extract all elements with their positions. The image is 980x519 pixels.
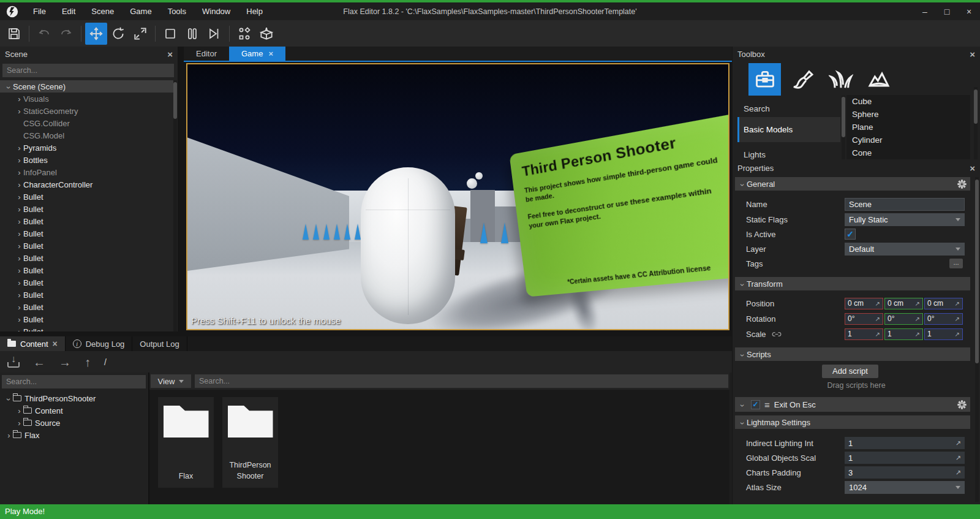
chevron-icon[interactable]: › [15,168,23,177]
menu-item[interactable]: File [25,2,54,20]
name-input[interactable] [845,198,965,211]
chevron-icon[interactable]: › [15,205,23,214]
chevron-icon[interactable]: › [15,107,23,116]
chevron-icon[interactable]: › [15,217,23,226]
section-general[interactable]: › General [735,177,970,191]
scene-scrollbar-thumb[interactable] [173,82,177,119]
scale-x-field[interactable]: 1↗ [845,328,883,340]
rotation-y-field[interactable]: 0°↗ [884,313,923,325]
scene-tree-item[interactable]: › Bullet [0,227,173,240]
add-script-button[interactable]: Add script [822,365,878,378]
menu-item[interactable]: Edit [54,2,83,20]
close-icon[interactable]: × [970,164,975,173]
drag-arrow-icon[interactable]: ↗ [956,469,961,477]
save-button[interactable] [3,23,25,45]
gear-icon[interactable] [957,400,967,409]
position-z-field[interactable]: 0 cm↗ [924,298,963,309]
scene-tree-item[interactable]: › CSG.Collider [0,117,173,129]
scene-tree-item[interactable]: › Bullet [0,301,173,313]
minimize-button[interactable]: – [914,2,936,20]
undo-button[interactable] [33,23,55,45]
properties-scrollbar[interactable] [975,177,979,502]
atlas-size-dropdown[interactable]: 1024 [845,481,965,494]
scene-tree-item[interactable]: › CharacterController [0,178,173,191]
scene-tree-item[interactable]: › CSG.Model [0,129,173,142]
up-icon[interactable]: ↑ [85,356,91,368]
chevron-icon[interactable]: › [738,281,747,289]
content-tree-item[interactable]: › Content [0,404,148,417]
drag-arrow-icon[interactable]: ↗ [875,331,880,338]
breadcrumb[interactable]: / [104,357,107,367]
scene-tree-item[interactable]: › Bullet [0,203,173,215]
scene-tree-item[interactable]: › Visuals [0,93,173,105]
scene-scrollbar[interactable] [173,80,177,331]
scene-tree-item[interactable]: › Bullet [0,240,173,252]
scale-y-field[interactable]: 1↗ [884,328,923,340]
toolbox-tab-paint[interactable] [786,63,819,96]
maximize-button[interactable]: □ [936,2,958,20]
drag-arrow-icon[interactable]: ↗ [915,316,920,322]
toolbox-item[interactable]: Plane [846,121,970,134]
menu-item[interactable]: Window [194,2,238,20]
content-tree-item[interactable]: › Source [0,417,148,429]
menu-item[interactable]: Tools [160,2,194,20]
toolbox-item[interactable]: Sphere [846,108,970,121]
chevron-icon[interactable]: › [15,229,23,238]
chevron-icon[interactable]: › [15,94,23,104]
rotation-z-field[interactable]: 0°↗ [924,313,963,325]
close-icon[interactable]: × [268,49,273,58]
charts-padding-field[interactable]: 3↗ [845,466,965,479]
toolbox-category[interactable]: Basic Models [737,117,840,142]
stop-button[interactable] [159,23,181,45]
scene-tree-item[interactable]: › InfoPanel [0,166,173,178]
content-search-input[interactable] [195,374,728,388]
drag-arrow-icon[interactable]: ↗ [915,331,920,338]
menu-item[interactable]: Scene [83,2,122,20]
chevron-icon[interactable]: › [4,395,13,403]
drag-arrow-icon[interactable]: ↗ [955,316,960,322]
toolbox-item[interactable]: Cylinder [846,134,970,146]
indirect-lighting-field[interactable]: 1↗ [845,437,965,449]
scene-tree-item[interactable]: › Bullet [0,325,173,331]
drag-arrow-icon[interactable]: ↗ [915,300,920,307]
view-dropdown[interactable]: View [151,374,191,388]
chevron-icon[interactable]: › [15,180,23,189]
chevron-icon[interactable]: › [15,254,23,263]
toolbox-item[interactable]: Cone [846,146,970,159]
script-enabled-checkbox[interactable]: ✓ [751,400,760,409]
drag-arrow-icon[interactable]: ↗ [875,300,880,307]
graph-nodes-button[interactable] [233,23,255,45]
scale-tool-button[interactable] [129,23,151,45]
chevron-icon[interactable]: › [15,419,23,428]
gear-icon[interactable] [957,180,967,189]
layer-dropdown[interactable]: Default [845,243,965,256]
toolbox-category[interactable]: Search [737,100,840,117]
position-y-field[interactable]: 0 cm↗ [884,298,923,309]
folder-tile[interactable]: Flax [158,397,214,488]
scene-tree-item[interactable]: › Bullet [0,313,173,325]
game-viewport[interactable]: Third Person Shooter This project shows … [186,63,729,330]
section-transform[interactable]: › Transform [735,277,970,290]
scrollbar-thumb[interactable] [975,180,979,363]
global-objects-scale-field[interactable]: 1↗ [845,452,965,464]
build-scenes-button[interactable] [255,23,277,45]
scene-tree-item[interactable]: › Bottles [0,154,173,166]
menu-item[interactable]: Help [238,2,271,20]
close-icon[interactable]: × [167,50,173,59]
toolbox-tab-terrain[interactable] [862,63,895,96]
scrollbar-thumb[interactable] [842,97,845,137]
scene-search-input[interactable] [2,64,174,77]
folder-tile[interactable]: ThirdPerson Shooter [222,397,278,488]
chevron-icon[interactable]: › [15,406,23,415]
scale-z-field[interactable]: 1↗ [924,328,963,340]
chevron-icon[interactable]: › [4,83,13,91]
chevron-icon[interactable]: › [738,401,747,409]
scene-tree-item[interactable]: › Bullet [0,264,173,276]
scene-tree-item[interactable]: › Bullet [0,289,173,301]
tab-game[interactable]: Game × [229,47,285,61]
content-tree-search-input[interactable] [2,375,146,388]
drag-arrow-icon[interactable]: ↗ [955,331,960,338]
drag-arrow-icon[interactable]: ↗ [956,454,961,462]
toolbox-tab-spawn[interactable] [748,63,781,96]
chevron-icon[interactable]: › [738,181,747,189]
